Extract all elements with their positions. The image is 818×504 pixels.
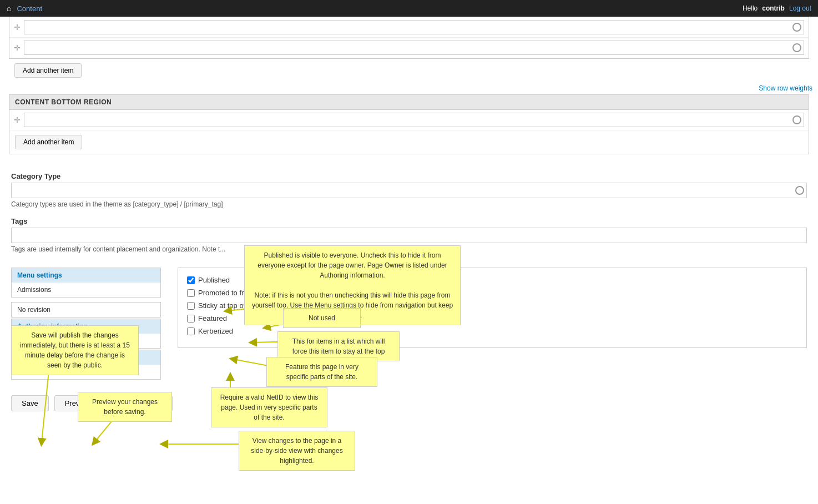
hello-text: Hello: [743, 4, 758, 12]
content-bottom-header: CONTENT BOTTOM REGION: [9, 95, 809, 110]
tooltip-kerberized: Require a valid NetID to view this page.…: [211, 387, 327, 427]
tooltip-featured-text: Feature this page in very specific parts…: [285, 363, 358, 381]
published-checkbox[interactable]: [187, 276, 195, 284]
content-bottom-panel: CONTENT BOTTOM REGION ✛ Add another item: [9, 94, 809, 154]
featured-checkbox[interactable]: [187, 315, 195, 322]
content-link[interactable]: Content: [17, 4, 42, 13]
drag-handle-2[interactable]: ✛: [14, 43, 21, 52]
tooltip-preview-text: Preview your changes before saving.: [92, 398, 158, 416]
kerberized-checkbox[interactable]: [187, 327, 195, 335]
username: contrib: [762, 4, 785, 12]
row1-input[interactable]: Admissions Promos [bid:5071]: [24, 23, 792, 31]
circle-icon-1: [792, 23, 801, 32]
circle-icon-bottom: [792, 115, 801, 124]
category-type-input[interactable]: [12, 187, 795, 194]
category-type-input-wrapper: [11, 183, 807, 198]
add-item-top-wrapper: Add another item: [0, 59, 818, 82]
tooltip-view-changes-text: View changes to the page in a side-by-si…: [251, 437, 342, 465]
tooltip-preview: Preview your changes before saving.: [78, 392, 172, 422]
featured-label: Featured: [198, 314, 227, 322]
panel-row-2: ✛: [9, 38, 809, 58]
sticky-checkbox[interactable]: [187, 302, 195, 310]
promoted-checkbox[interactable]: [187, 289, 195, 297]
save-button[interactable]: Save: [11, 395, 49, 411]
add-another-item-top-button[interactable]: Add another item: [14, 63, 82, 78]
home-icon[interactable]: ⌂: [7, 4, 11, 13]
tooltip-save-text: Save will publish the changes immediatel…: [20, 331, 130, 369]
top-partial-panel: ✛ Admissions Promos [bid:5071] ✛: [9, 17, 809, 59]
nav-right: Hello contrib Log out: [743, 4, 811, 12]
tooltip-view-changes: View changes to the page in a side-by-si…: [239, 431, 355, 471]
tags-input-wrapper: [11, 228, 807, 243]
category-type-section: Category Type Category types are used in…: [0, 163, 818, 253]
input-wrapper-2: [24, 41, 804, 55]
tooltip-sticky-text: This for items in a list which will forc…: [292, 337, 385, 355]
published-label: Published: [198, 276, 230, 284]
panel-row-1: ✛ Admissions Promos [bid:5071]: [9, 17, 809, 38]
revision-section: No revision: [11, 302, 161, 317]
input-wrapper-bottom: [24, 113, 804, 127]
nav-left: ⌂ Content: [7, 4, 42, 13]
tooltip-featured: Feature this page in very specific parts…: [266, 357, 377, 387]
show-row-weights[interactable]: Show row weights: [0, 82, 818, 94]
drag-handle-bottom[interactable]: ✛: [14, 115, 21, 124]
bottom-row-input[interactable]: [24, 116, 792, 124]
top-nav: ⌂ Content Hello contrib Log out: [0, 0, 818, 17]
tooltip-kerberized-text: Require a valid NetID to view this page.…: [220, 394, 319, 421]
menu-settings-content: Admissions: [12, 283, 160, 297]
revision-label: No revision: [12, 303, 160, 317]
tags-input[interactable]: [12, 231, 806, 239]
circle-icon-2: [792, 43, 801, 52]
category-type-label: Category Type: [11, 172, 807, 180]
drag-handle-1[interactable]: ✛: [14, 23, 21, 32]
menu-settings-title[interactable]: Menu settings: [12, 268, 160, 283]
tags-label: Tags: [11, 217, 807, 225]
tooltip-not-used-text: Not used: [309, 314, 335, 322]
page-wrapper: ⌂ Content Hello contrib Log out ✛ Admiss…: [0, 0, 818, 504]
menu-settings-section: Menu settings Admissions: [11, 268, 161, 298]
tooltip-save: Save will publish the changes immediatel…: [11, 325, 139, 375]
content-bottom-row: ✛: [9, 110, 809, 130]
tooltip-not-used: Not used: [283, 308, 361, 328]
category-type-hint: Category types are used in the theme as …: [11, 200, 807, 208]
row2-input[interactable]: [24, 44, 792, 52]
logout-link[interactable]: Log out: [789, 4, 811, 12]
input-wrapper-1: Admissions Promos [bid:5071]: [24, 20, 804, 34]
category-type-icon: [795, 186, 804, 195]
kerberized-label: Kerberized: [198, 327, 233, 335]
add-another-item-bottom-button[interactable]: Add another item: [15, 135, 82, 149]
